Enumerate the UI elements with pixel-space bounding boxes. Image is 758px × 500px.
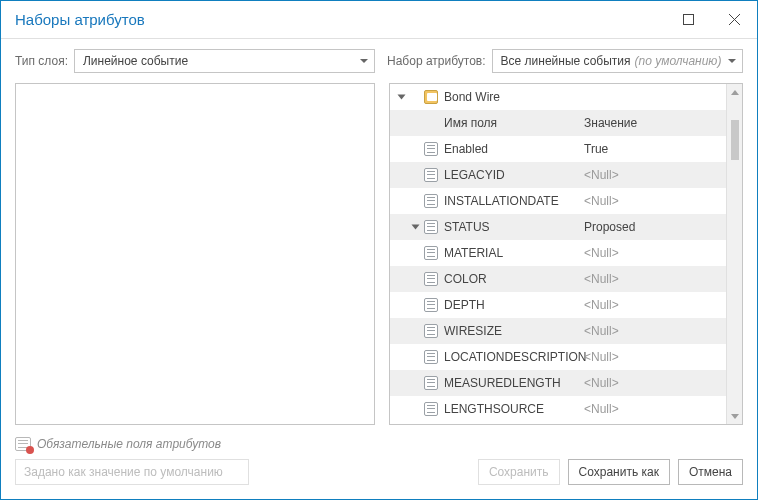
table-row[interactable]: COLOR<Null> — [390, 266, 726, 292]
table-row[interactable]: LENGTHSOURCE<Null> — [390, 396, 726, 422]
field-name: INSTALLATIONDATE — [444, 194, 559, 208]
group-row[interactable]: Bond Wire — [390, 84, 726, 110]
controls-row: Тип слоя: Линейное событие Набор атрибут… — [1, 39, 757, 79]
button-bar: Задано как значение по умолчанию Сохрани… — [1, 455, 757, 499]
table-row[interactable]: EnabledTrue — [390, 136, 726, 162]
table-row[interactable]: LEGACYID<Null> — [390, 162, 726, 188]
field-icon — [424, 142, 438, 156]
window-title: Наборы атрибутов — [15, 11, 145, 28]
table-row[interactable]: WIRESIZE<Null> — [390, 318, 726, 344]
attribute-sets-dialog: Наборы атрибутов Тип слоя: Линейное собы… — [0, 0, 758, 500]
field-name: COLOR — [444, 272, 487, 286]
chevron-down-icon — [728, 59, 736, 63]
attr-set-value: Все линейные события(по умолчанию) — [501, 54, 722, 68]
table-row[interactable]: DEPTH<Null> — [390, 292, 726, 318]
field-icon — [424, 402, 438, 416]
table-row[interactable]: MEASUREDLENGTH<Null> — [390, 370, 726, 396]
grid-header: Имя поля Значение — [390, 110, 726, 136]
table-row[interactable]: STATUSProposed — [390, 214, 726, 240]
required-note-label: Обязательные поля атрибутов — [37, 437, 221, 451]
attr-set-select[interactable]: Все линейные события(по умолчанию) — [492, 49, 743, 73]
field-icon — [424, 298, 438, 312]
field-icon — [424, 350, 438, 364]
save-button: Сохранить — [478, 459, 560, 485]
field-name: STATUS — [444, 220, 490, 234]
field-value[interactable]: <Null> — [584, 298, 619, 312]
svg-rect-0 — [683, 15, 693, 25]
vertical-scrollbar[interactable] — [726, 84, 742, 424]
field-name: Enabled — [444, 142, 488, 156]
set-default-button: Задано как значение по умолчанию — [15, 459, 249, 485]
field-value[interactable]: <Null> — [584, 168, 619, 182]
panes: Bond Wire Имя поля Значение EnabledTrueL… — [1, 79, 757, 429]
field-value[interactable]: <Null> — [584, 272, 619, 286]
group-name: Bond Wire — [444, 90, 500, 104]
cancel-button[interactable]: Отмена — [678, 459, 743, 485]
field-icon — [424, 324, 438, 338]
field-icon — [424, 272, 438, 286]
field-name: DEPTH — [444, 298, 485, 312]
expander-icon[interactable] — [394, 93, 408, 101]
attribute-grid: Bond Wire Имя поля Значение EnabledTrueL… — [389, 83, 743, 425]
field-name: MEASUREDLENGTH — [444, 376, 561, 390]
field-value[interactable]: <Null> — [584, 246, 619, 260]
chevron-down-icon — [360, 59, 368, 63]
layer-type-value: Линейное событие — [83, 54, 188, 68]
field-icon — [424, 220, 438, 234]
field-value[interactable]: <Null> — [584, 324, 619, 338]
field-icon — [424, 246, 438, 260]
field-value[interactable]: <Null> — [584, 194, 619, 208]
expander-icon[interactable] — [408, 223, 422, 231]
save-as-button[interactable]: Сохранить как — [568, 459, 670, 485]
maximize-button[interactable] — [665, 1, 711, 39]
field-name: LOCATIONDESCRIPTION — [444, 350, 586, 364]
field-name: MATERIAL — [444, 246, 503, 260]
close-button[interactable] — [711, 1, 757, 39]
close-icon — [729, 14, 740, 25]
titlebar: Наборы атрибутов — [1, 1, 757, 39]
maximize-icon — [683, 14, 694, 25]
field-value[interactable]: <Null> — [584, 402, 619, 416]
field-name: WIRESIZE — [444, 324, 502, 338]
field-name: LEGACYID — [444, 168, 505, 182]
field-icon — [424, 168, 438, 182]
layer-type-label: Тип слоя: — [15, 54, 68, 68]
field-icon — [424, 194, 438, 208]
field-icon — [424, 376, 438, 390]
field-value[interactable]: <Null> — [584, 376, 619, 390]
scroll-up-icon[interactable] — [727, 84, 742, 100]
required-fields-note: Обязательные поля атрибутов — [1, 429, 757, 455]
scroll-thumb[interactable] — [731, 120, 739, 160]
table-row[interactable]: LOCATIONDESCRIPTION<Null> — [390, 344, 726, 370]
attr-set-label: Набор атрибутов: — [387, 54, 486, 68]
field-name: LENGTHSOURCE — [444, 402, 544, 416]
folder-icon — [424, 90, 438, 104]
scroll-down-icon[interactable] — [727, 408, 742, 424]
layer-type-select[interactable]: Линейное событие — [74, 49, 375, 73]
filter-list[interactable] — [15, 83, 375, 425]
field-value[interactable]: True — [584, 142, 608, 156]
field-value[interactable]: Proposed — [584, 220, 635, 234]
header-value: Значение — [584, 116, 637, 130]
header-name: Имя поля — [444, 116, 497, 130]
field-value[interactable]: <Null> — [584, 350, 619, 364]
table-row[interactable]: INSTALLATIONDATE<Null> — [390, 188, 726, 214]
required-field-icon — [15, 437, 31, 451]
table-row[interactable]: MATERIAL<Null> — [390, 240, 726, 266]
